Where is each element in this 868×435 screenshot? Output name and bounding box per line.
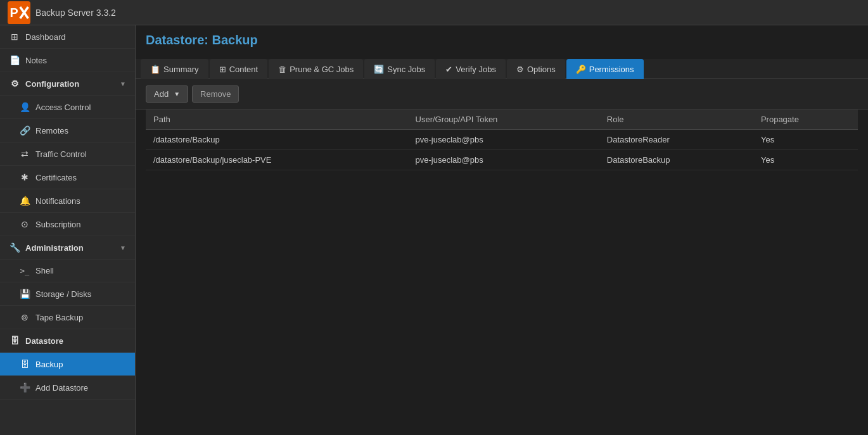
sidebar-item-add-datastore[interactable]: ➕ Add Datastore bbox=[0, 376, 135, 400]
tab-sync-label: Sync Jobs bbox=[387, 65, 425, 74]
content-area: Datastore: Backup 📋 Summary ⊞ Content 🗑 … bbox=[136, 25, 868, 435]
sidebar-label-backup: Backup bbox=[35, 360, 63, 369]
sidebar-item-certificates[interactable]: ✱ Certificates bbox=[0, 166, 135, 189]
permissions-table-container: Path User/Group/API Token Role Propagate… bbox=[136, 110, 868, 435]
sidebar-item-remotes[interactable]: 🔗 Remotes bbox=[0, 119, 135, 142]
logo-area: P Backup Server 3.3.2 bbox=[8, 1, 116, 24]
tape-backup-icon: ⊚ bbox=[19, 312, 30, 322]
sidebar-label-dashboard: Dashboard bbox=[25, 32, 66, 42]
tab-content[interactable]: ⊞ Content bbox=[210, 59, 268, 79]
sidebar-label-shell: Shell bbox=[35, 266, 54, 275]
chevron-down-icon-admin: ▼ bbox=[120, 244, 126, 251]
shell-icon: >_ bbox=[19, 267, 30, 275]
storage-disks-icon: 💾 bbox=[19, 289, 30, 299]
sidebar-label-administration: Administration bbox=[25, 243, 84, 253]
sidebar-item-dashboard[interactable]: ⊞ Dashboard bbox=[0, 25, 135, 49]
sidebar-item-notifications[interactable]: 🔔 Notifications bbox=[0, 189, 135, 213]
tab-permissions-label: Permissions bbox=[589, 65, 634, 74]
table-body: /datastore/Backup pve-juseclab@pbs Datas… bbox=[146, 130, 858, 170]
add-button[interactable]: Add ▼ bbox=[146, 85, 188, 103]
cell-path: /datastore/Backup/juseclab-PVE bbox=[146, 150, 408, 170]
remove-button-label: Remove bbox=[200, 89, 231, 99]
tab-options-label: Options bbox=[527, 65, 556, 74]
tab-prune-gc-jobs[interactable]: 🗑 Prune & GC Jobs bbox=[269, 59, 363, 79]
dashboard-icon: ⊞ bbox=[9, 32, 20, 42]
sidebar-item-storage-disks[interactable]: 💾 Storage / Disks bbox=[0, 282, 135, 306]
sidebar-label-remotes: Remotes bbox=[35, 126, 68, 136]
sidebar-item-configuration[interactable]: ⚙ Configuration ▼ bbox=[0, 72, 135, 96]
col-header-path[interactable]: Path bbox=[146, 110, 408, 130]
traffic-control-icon: ⇄ bbox=[19, 149, 30, 159]
access-control-icon: 👤 bbox=[19, 102, 30, 112]
sidebar-label-storage-disks: Storage / Disks bbox=[35, 289, 91, 299]
content-tab-icon: ⊞ bbox=[219, 65, 226, 74]
backup-icon: 🗄 bbox=[19, 359, 30, 369]
sidebar-item-backup[interactable]: 🗄 Backup bbox=[0, 353, 135, 376]
prune-gc-tab-icon: 🗑 bbox=[278, 65, 286, 74]
add-button-label: Add bbox=[154, 89, 169, 99]
add-datastore-icon: ➕ bbox=[19, 382, 30, 393]
sidebar-label-notifications: Notifications bbox=[35, 196, 80, 206]
sidebar-label-traffic-control: Traffic Control bbox=[35, 149, 87, 159]
sidebar-item-notes[interactable]: 📄 Notes bbox=[0, 49, 135, 72]
top-header: P Backup Server 3.3.2 bbox=[0, 0, 868, 25]
summary-tab-icon: 📋 bbox=[150, 65, 160, 74]
sidebar: ⊞ Dashboard 📄 Notes ⚙ Configuration ▼ 👤 … bbox=[0, 25, 136, 435]
col-header-role[interactable]: Role bbox=[599, 110, 753, 130]
config-icon: ⚙ bbox=[9, 79, 20, 89]
tab-verify-jobs[interactable]: ✔ Verify Jobs bbox=[436, 59, 506, 79]
sidebar-label-subscription: Subscription bbox=[35, 220, 81, 229]
tab-options[interactable]: ⚙ Options bbox=[507, 59, 565, 79]
tab-content-label: Content bbox=[229, 65, 258, 74]
sidebar-item-tape-backup[interactable]: ⊚ Tape Backup bbox=[0, 306, 135, 329]
toolbar: Add ▼ Remove bbox=[136, 79, 868, 110]
tab-prune-gc-label: Prune & GC Jobs bbox=[290, 65, 354, 74]
chevron-down-icon: ▼ bbox=[120, 80, 126, 87]
sidebar-item-subscription[interactable]: ⊙ Subscription bbox=[0, 213, 135, 236]
col-header-propagate[interactable]: Propagate bbox=[753, 110, 858, 130]
tab-permissions[interactable]: 🔑 Permissions bbox=[566, 59, 644, 79]
svg-text:P: P bbox=[10, 6, 18, 20]
table-row[interactable]: /datastore/Backup pve-juseclab@pbs Datas… bbox=[146, 130, 858, 150]
sidebar-label-add-datastore: Add Datastore bbox=[35, 383, 88, 393]
sidebar-label-tape-backup: Tape Backup bbox=[35, 313, 83, 322]
sidebar-label-notes: Notes bbox=[25, 56, 47, 65]
sidebar-item-traffic-control[interactable]: ⇄ Traffic Control bbox=[0, 142, 135, 166]
permissions-tab-icon: 🔑 bbox=[576, 65, 586, 74]
remotes-icon: 🔗 bbox=[19, 125, 30, 136]
sidebar-item-datastore[interactable]: 🗄 Datastore bbox=[0, 329, 135, 353]
cell-path: /datastore/Backup bbox=[146, 130, 408, 150]
cell-propagate: Yes bbox=[753, 130, 858, 150]
remove-button[interactable]: Remove bbox=[192, 85, 239, 103]
administration-icon: 🔧 bbox=[9, 243, 20, 253]
table-header: Path User/Group/API Token Role Propagate bbox=[146, 110, 858, 130]
table-row[interactable]: /datastore/Backup/juseclab-PVE pve-jusec… bbox=[146, 150, 858, 170]
sidebar-label-datastore: Datastore bbox=[25, 336, 63, 346]
sync-tab-icon: 🔄 bbox=[374, 65, 384, 74]
subscription-icon: ⊙ bbox=[19, 219, 30, 229]
datastore-icon: 🗄 bbox=[9, 336, 20, 346]
tab-summary-label: Summary bbox=[163, 65, 199, 74]
notifications-icon: 🔔 bbox=[19, 196, 30, 206]
sidebar-item-shell[interactable]: >_ Shell bbox=[0, 260, 135, 282]
add-dropdown-arrow-icon: ▼ bbox=[174, 91, 180, 98]
sidebar-item-administration[interactable]: 🔧 Administration ▼ bbox=[0, 236, 135, 260]
notes-icon: 📄 bbox=[9, 55, 20, 65]
sidebar-label-access-control: Access Control bbox=[35, 103, 91, 112]
sidebar-label-configuration: Configuration bbox=[25, 79, 79, 89]
sidebar-label-certificates: Certificates bbox=[35, 173, 77, 182]
certificates-icon: ✱ bbox=[19, 172, 30, 182]
cell-user: pve-juseclab@pbs bbox=[408, 130, 599, 150]
sidebar-item-access-control[interactable]: 👤 Access Control bbox=[0, 96, 135, 119]
cell-role: DatastoreBackup bbox=[599, 150, 753, 170]
page-title: Datastore: Backup bbox=[146, 33, 858, 47]
col-header-user[interactable]: User/Group/API Token bbox=[408, 110, 599, 130]
main-layout: ⊞ Dashboard 📄 Notes ⚙ Configuration ▼ 👤 … bbox=[0, 25, 868, 435]
tab-summary[interactable]: 📋 Summary bbox=[141, 59, 208, 79]
tab-sync-jobs[interactable]: 🔄 Sync Jobs bbox=[364, 59, 435, 79]
app-title: Backup Server 3.3.2 bbox=[35, 8, 116, 18]
verify-tab-icon: ✔ bbox=[445, 65, 452, 74]
cell-user: pve-juseclab@pbs bbox=[408, 150, 599, 170]
tab-bar: 📋 Summary ⊞ Content 🗑 Prune & GC Jobs 🔄 … bbox=[136, 59, 868, 79]
permissions-table: Path User/Group/API Token Role Propagate… bbox=[146, 110, 858, 170]
